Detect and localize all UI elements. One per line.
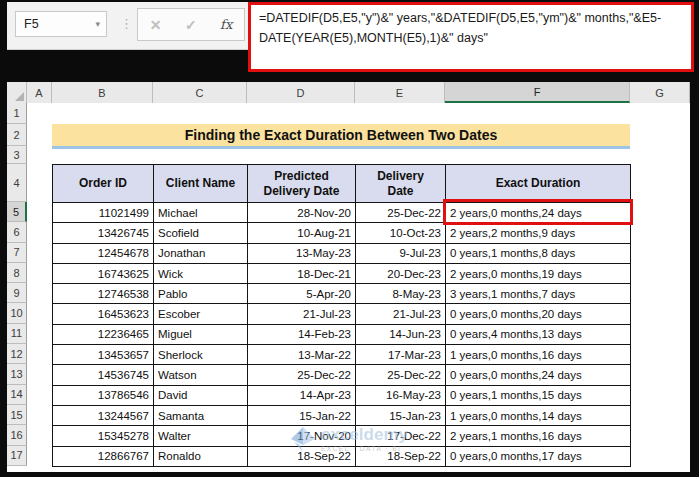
- cell[interactable]: 25-Dec-22: [248, 365, 356, 385]
- row-header-4[interactable]: 4: [7, 164, 27, 202]
- row-header-5[interactable]: 5: [7, 202, 27, 222]
- cell[interactable]: 14536745: [53, 365, 154, 385]
- cell[interactable]: 2 years,0 months,19 days: [446, 263, 631, 283]
- cell[interactable]: 13453657: [53, 345, 154, 365]
- table-header-cell[interactable]: Delivery Date: [356, 165, 446, 203]
- cell[interactable]: 12866767: [53, 446, 154, 466]
- cell[interactable]: 9-Jul-23: [356, 243, 446, 263]
- cell[interactable]: 13426745: [53, 223, 154, 243]
- column-header-B[interactable]: B: [52, 82, 153, 103]
- cell[interactable]: 1 years,0 months,16 days: [446, 345, 631, 365]
- column-header-E[interactable]: E: [355, 82, 445, 103]
- table-header-cell[interactable]: Exact Duration: [446, 165, 631, 203]
- table-header-cell[interactable]: Predicted Delivery Date: [248, 165, 356, 203]
- table-header-cell[interactable]: Order ID: [53, 165, 154, 203]
- cell[interactable]: 18-Sep-22: [356, 446, 446, 466]
- row-header-12[interactable]: 12: [7, 344, 27, 364]
- cell[interactable]: 1 years,0 months,14 days: [446, 405, 631, 425]
- cell[interactable]: 17-Dec-22: [356, 426, 446, 446]
- column-header-A[interactable]: A: [27, 82, 52, 103]
- cell[interactable]: 3 years,1 months,7 days: [446, 284, 631, 304]
- name-box[interactable]: F5 ▾: [15, 11, 107, 37]
- row-header-8[interactable]: 8: [7, 263, 27, 283]
- cell[interactable]: 13-May-23: [248, 243, 356, 263]
- name-box-dropdown-icon[interactable]: ▾: [95, 19, 100, 29]
- column-header-G[interactable]: G: [630, 82, 690, 103]
- row-header-17[interactable]: 17: [7, 446, 27, 466]
- cell[interactable]: Ronaldo: [154, 446, 248, 466]
- cell[interactable]: 10-Aug-21: [248, 223, 356, 243]
- cell[interactable]: Jonathan: [154, 243, 248, 263]
- cell[interactable]: 2 years,0 months,24 days: [446, 203, 631, 223]
- enter-icon[interactable]: ✓: [185, 17, 197, 33]
- cell[interactable]: 0 years,0 months,24 days: [446, 365, 631, 385]
- cell[interactable]: Sherlock: [154, 345, 248, 365]
- column-header-F[interactable]: F: [445, 82, 630, 103]
- column-header-D[interactable]: D: [247, 82, 355, 103]
- cell[interactable]: Samanta: [154, 405, 248, 425]
- row-header-15[interactable]: 15: [7, 405, 27, 425]
- cell[interactable]: 15345278: [53, 426, 154, 446]
- row-header-3[interactable]: 3: [7, 146, 27, 164]
- cell[interactable]: 5-Apr-20: [248, 284, 356, 304]
- cell[interactable]: 15-Jan-23: [356, 405, 446, 425]
- row-header-2[interactable]: 2: [7, 124, 27, 146]
- cell[interactable]: 14-Apr-23: [248, 385, 356, 405]
- column-header-C[interactable]: C: [153, 82, 247, 103]
- cell[interactable]: 16-May-23: [356, 385, 446, 405]
- row-header-13[interactable]: 13: [7, 364, 27, 384]
- title-banner-cell[interactable]: Finding the Exact Duration Between Two D…: [52, 124, 630, 149]
- cell[interactable]: 28-Nov-20: [248, 203, 356, 223]
- row-header-14[interactable]: 14: [7, 385, 27, 405]
- row-header-6[interactable]: 6: [7, 222, 27, 242]
- cell[interactable]: 0 years,4 months,13 days: [446, 324, 631, 344]
- cell[interactable]: Watson: [154, 365, 248, 385]
- cell[interactable]: 12454678: [53, 243, 154, 263]
- cell[interactable]: 14-Feb-23: [248, 324, 356, 344]
- row-header-10[interactable]: 10: [7, 303, 27, 323]
- cell[interactable]: 0 years,0 months,17 days: [446, 446, 631, 466]
- cell[interactable]: Wick: [154, 263, 248, 283]
- cell[interactable]: Pablo: [154, 284, 248, 304]
- row-header-16[interactable]: 16: [7, 425, 27, 445]
- cell[interactable]: 16453623: [53, 304, 154, 324]
- cell[interactable]: 13-Mar-22: [248, 345, 356, 365]
- row-header-7[interactable]: 7: [7, 243, 27, 263]
- cell[interactable]: Scofield: [154, 223, 248, 243]
- row-header-1[interactable]: 1: [7, 103, 27, 124]
- cancel-icon[interactable]: ✕: [150, 17, 162, 33]
- cell[interactable]: 2 years,2 months,9 days: [446, 223, 631, 243]
- cell[interactable]: Walter: [154, 426, 248, 446]
- cell[interactable]: 12236465: [53, 324, 154, 344]
- cell[interactable]: 21-Jul-23: [248, 304, 356, 324]
- cell[interactable]: Miguel: [154, 324, 248, 344]
- cell[interactable]: 17-Mar-23: [356, 345, 446, 365]
- cell[interactable]: 2 years,1 months,16 days: [446, 426, 631, 446]
- cell[interactable]: Escober: [154, 304, 248, 324]
- cell[interactable]: 0 years,1 months,8 days: [446, 243, 631, 263]
- cell[interactable]: 12746538: [53, 284, 154, 304]
- cell[interactable]: David: [154, 385, 248, 405]
- cell[interactable]: 16743625: [53, 263, 154, 283]
- row-header-11[interactable]: 11: [7, 324, 27, 344]
- cell[interactable]: 0 years,0 months,20 days: [446, 304, 631, 324]
- table-header-cell[interactable]: Client Name: [154, 165, 248, 203]
- cell[interactable]: 13244567: [53, 405, 154, 425]
- cell[interactable]: 8-May-23: [356, 284, 446, 304]
- insert-function-fx-icon[interactable]: fx: [220, 17, 232, 32]
- cell[interactable]: 11021499: [53, 203, 154, 223]
- cell[interactable]: 25-Dec-22: [356, 365, 446, 385]
- cell[interactable]: 18-Dec-21: [248, 263, 356, 283]
- cell[interactable]: 15-Jan-22: [248, 405, 356, 425]
- cell[interactable]: 20-Dec-23: [356, 263, 446, 283]
- cell[interactable]: 21-Jul-23: [356, 304, 446, 324]
- formula-bar-input[interactable]: =DATEDIF(D5,E5,"y")&" years,"&DATEDIF(D5…: [248, 2, 694, 72]
- cell[interactable]: 25-Dec-22: [356, 203, 446, 223]
- cell[interactable]: 14-Jun-23: [356, 324, 446, 344]
- cell[interactable]: 17-Nov-20: [248, 426, 356, 446]
- cell[interactable]: 18-Sep-22: [248, 446, 356, 466]
- row-header-9[interactable]: 9: [7, 283, 27, 303]
- cell[interactable]: 0 years,1 months,15 days: [446, 385, 631, 405]
- cell[interactable]: Michael: [154, 203, 248, 223]
- cell[interactable]: 13786546: [53, 385, 154, 405]
